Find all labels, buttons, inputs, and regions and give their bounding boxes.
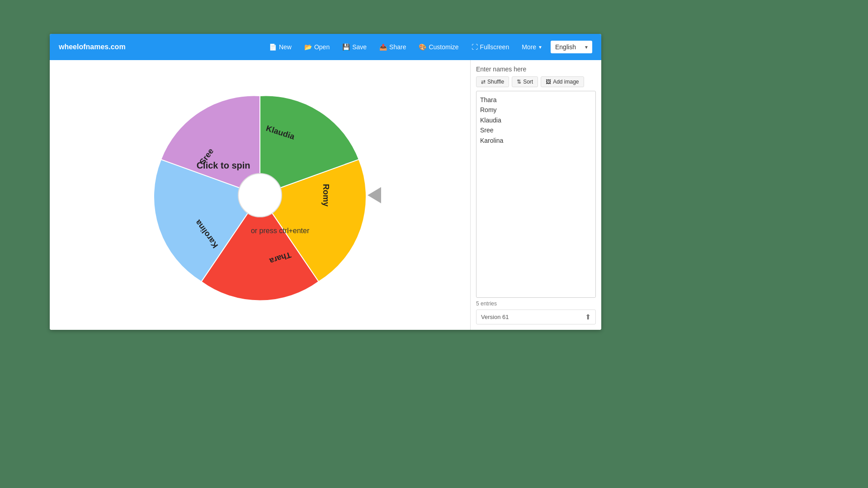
shuffle-button[interactable]: ⇄ Shuffle bbox=[476, 76, 509, 87]
version-up-button[interactable]: ⬆ bbox=[585, 313, 591, 321]
new-button[interactable]: 📄 New bbox=[264, 41, 296, 53]
svg-point-0 bbox=[238, 174, 282, 217]
svg-text:or press ctrl+enter: or press ctrl+enter bbox=[251, 226, 310, 234]
more-button[interactable]: More ▼ bbox=[517, 41, 547, 53]
chevron-down-icon: ▼ bbox=[538, 45, 542, 50]
fullscreen-button[interactable]: ⛶ Fullscreen bbox=[467, 41, 514, 53]
file-icon: 📄 bbox=[269, 43, 277, 51]
save-icon: 💾 bbox=[342, 43, 350, 51]
open-button[interactable]: 📂 Open bbox=[300, 41, 334, 53]
sidebar-prompt: Enter names here bbox=[476, 66, 596, 73]
sidebar-toolbar: ⇄ Shuffle ⇅ Sort 🖼 Add image bbox=[476, 76, 596, 87]
navbar: wheelofnames.com 📄 New 📂 Open 💾 Save 📤 S… bbox=[50, 34, 601, 60]
sidebar: Enter names here ⇄ Shuffle ⇅ Sort 🖼 Add … bbox=[470, 60, 601, 330]
svg-text:Click to spin: Click to spin bbox=[197, 160, 250, 170]
wheel-svg[interactable]: Sree Click to spin Klaudia Romy Thara Ka… bbox=[147, 82, 373, 308]
version-bar: Version 61 ⬆ bbox=[476, 310, 596, 324]
app-logo: wheelofnames.com bbox=[59, 43, 126, 51]
wheel-container[interactable]: Sree Click to spin Klaudia Romy Thara Ka… bbox=[147, 82, 373, 308]
folder-icon: 📂 bbox=[304, 43, 312, 51]
svg-text:Romy: Romy bbox=[321, 183, 330, 206]
names-textarea[interactable]: Thara Romy Klaudia Sree Karolina bbox=[476, 91, 596, 298]
sort-button[interactable]: ⇅ Sort bbox=[512, 76, 538, 87]
browser-frame: wheelofnames.com 📄 New 📂 Open 💾 Save 📤 S… bbox=[50, 34, 601, 330]
language-select[interactable]: English Español Français Deutsch bbox=[551, 41, 592, 53]
sort-icon: ⇅ bbox=[517, 79, 521, 85]
version-label: Version 61 bbox=[481, 314, 509, 320]
customize-button[interactable]: 🎨 Customize bbox=[414, 41, 463, 53]
chevron-up-icon: ⬆ bbox=[585, 313, 591, 321]
language-selector-wrapper: English Español Français Deutsch bbox=[551, 41, 592, 53]
wheel-area: Sree Click to spin Klaudia Romy Thara Ka… bbox=[50, 60, 470, 330]
shuffle-icon: ⇄ bbox=[481, 79, 486, 85]
wheel-pointer bbox=[368, 187, 381, 203]
fullscreen-icon: ⛶ bbox=[472, 43, 478, 51]
add-image-button[interactable]: 🖼 Add image bbox=[541, 76, 584, 87]
image-icon: 🖼 bbox=[546, 79, 551, 85]
main-content: Sree Click to spin Klaudia Romy Thara Ka… bbox=[50, 60, 601, 330]
save-button[interactable]: 💾 Save bbox=[338, 41, 371, 53]
entries-count: 5 entries bbox=[476, 300, 596, 307]
share-icon: 📤 bbox=[379, 43, 387, 51]
share-button[interactable]: 📤 Share bbox=[375, 41, 410, 53]
customize-icon: 🎨 bbox=[419, 43, 426, 51]
